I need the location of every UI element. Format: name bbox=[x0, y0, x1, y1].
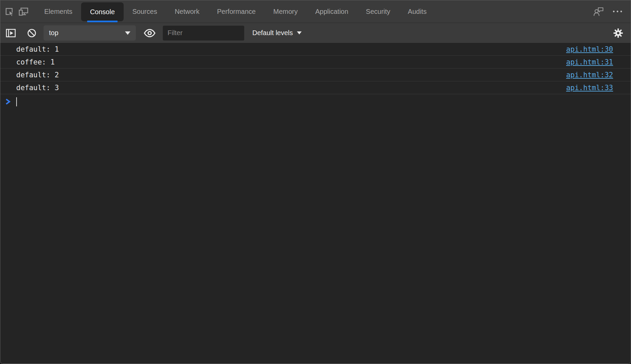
tab-label: Network bbox=[175, 8, 199, 16]
console-message-text: default: 3 bbox=[16, 84, 59, 92]
tab-label: Console bbox=[90, 8, 115, 16]
tab-application[interactable]: Application bbox=[306, 0, 357, 23]
console-message-row: default: 2 api.html:32 bbox=[0, 69, 631, 81]
console-message-text: default: 1 bbox=[16, 45, 59, 53]
tab-console[interactable]: Console bbox=[81, 2, 123, 21]
filter-input[interactable] bbox=[163, 26, 244, 41]
tab-security[interactable]: Security bbox=[357, 0, 399, 23]
tab-label: Application bbox=[315, 8, 348, 16]
log-levels-dropdown[interactable]: Default levels bbox=[250, 25, 304, 41]
gear-icon[interactable] bbox=[610, 25, 626, 41]
console-empty-area[interactable] bbox=[0, 109, 631, 364]
console-message-text: coffee: 1 bbox=[16, 58, 55, 66]
tab-label: Security bbox=[366, 8, 390, 16]
console-message-source-link[interactable]: api.html:32 bbox=[566, 71, 613, 79]
tab-label: Performance bbox=[217, 8, 256, 16]
console-messages: default: 1 api.html:30 coffee: 1 api.htm… bbox=[0, 43, 631, 364]
more-options-icon[interactable] bbox=[610, 2, 625, 21]
javascript-context-value: top bbox=[49, 29, 58, 37]
device-toolbar-icon[interactable] bbox=[17, 2, 31, 21]
console-sidebar-toggle-icon[interactable] bbox=[3, 25, 19, 41]
console-message-row: default: 3 api.html:33 bbox=[0, 81, 631, 94]
feedback-icon[interactable] bbox=[591, 2, 606, 21]
devtools-window: Elements Console Sources Network Perform… bbox=[0, 0, 631, 364]
log-levels-label: Default levels bbox=[252, 29, 293, 37]
tab-label: Sources bbox=[132, 8, 157, 16]
tab-performance[interactable]: Performance bbox=[208, 0, 265, 23]
tab-label: Audits bbox=[408, 8, 427, 16]
chevron-down-icon bbox=[125, 31, 130, 35]
chevron-down-icon bbox=[297, 31, 302, 34]
tab-bar-right-controls bbox=[589, 0, 625, 23]
tab-memory[interactable]: Memory bbox=[264, 0, 306, 23]
tab-elements[interactable]: Elements bbox=[35, 0, 81, 23]
devtools-tab-bar: Elements Console Sources Network Perform… bbox=[0, 0, 631, 23]
tab-audits[interactable]: Audits bbox=[399, 0, 435, 23]
live-expression-eye-icon[interactable] bbox=[142, 25, 157, 41]
console-message-source-link[interactable]: api.html:30 bbox=[566, 45, 613, 53]
console-message-source-link[interactable]: api.html:33 bbox=[566, 84, 613, 92]
inspect-element-icon[interactable] bbox=[2, 2, 17, 21]
tab-label: Memory bbox=[273, 8, 298, 16]
prompt-chevron-icon bbox=[6, 98, 11, 105]
text-cursor bbox=[16, 97, 17, 106]
console-message-text: default: 2 bbox=[16, 71, 59, 79]
tab-bar-spacer bbox=[435, 0, 589, 23]
tab-label: Elements bbox=[44, 8, 72, 16]
console-message-source-link[interactable]: api.html:31 bbox=[566, 58, 613, 66]
javascript-context-selector[interactable]: top bbox=[44, 25, 136, 41]
clear-console-icon[interactable] bbox=[24, 25, 40, 41]
console-prompt-input[interactable] bbox=[0, 94, 631, 109]
console-toolbar: top Default levels bbox=[0, 23, 631, 43]
console-message-row: coffee: 1 api.html:31 bbox=[0, 56, 631, 69]
tab-network[interactable]: Network bbox=[166, 0, 208, 23]
tab-sources[interactable]: Sources bbox=[124, 0, 166, 23]
console-message-row: default: 1 api.html:30 bbox=[0, 43, 631, 56]
